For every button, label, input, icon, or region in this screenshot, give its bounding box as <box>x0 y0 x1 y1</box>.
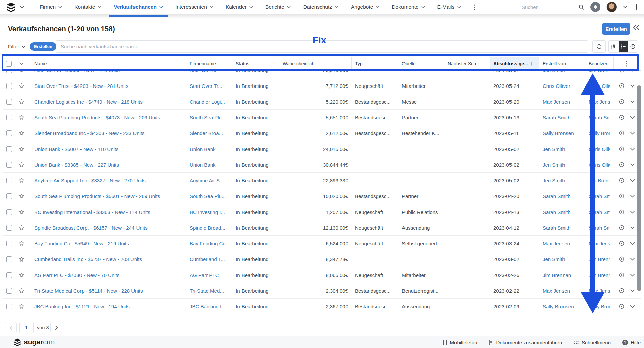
created-by-link[interactable]: Max Jensen <box>543 288 570 294</box>
nav-item-datenschutz[interactable]: Datenschutz <box>303 0 338 14</box>
column-header-quelle[interactable]: Quelle <box>398 57 444 70</box>
row-checkbox[interactable] <box>6 130 12 136</box>
opportunity-name-link[interactable]: Slender Broadband Inc - $4303 - New - 23… <box>34 130 145 136</box>
footer-merge-docs-link[interactable]: Dokumente zusammenführen <box>489 340 562 345</box>
select-options-dropdown[interactable] <box>15 57 28 70</box>
row-checkbox[interactable] <box>6 83 12 89</box>
favorite-star-icon[interactable] <box>15 251 28 267</box>
row-actions-chevron-icon[interactable] <box>630 100 635 103</box>
nav-item-kontakte[interactable]: Kontakte <box>74 0 101 14</box>
quick-create-plus-icon[interactable] <box>633 4 639 10</box>
row-checkbox[interactable] <box>6 241 12 246</box>
favorite-star-icon[interactable] <box>15 204 28 220</box>
preview-eye-icon[interactable] <box>619 272 625 278</box>
company-link[interactable]: Anytime Air S... <box>190 178 224 183</box>
created-by-link[interactable]: Chris Olliver <box>543 83 570 89</box>
row-actions-chevron-icon[interactable] <box>630 226 635 229</box>
favorite-star-icon[interactable] <box>15 157 28 172</box>
row-checkbox[interactable] <box>6 225 12 231</box>
row-actions-chevron-icon[interactable] <box>630 289 635 292</box>
row-actions-chevron-icon[interactable] <box>630 305 635 308</box>
nav-more-kebab-icon[interactable] <box>474 4 475 10</box>
row-checkbox[interactable] <box>6 304 12 309</box>
preview-eye-icon[interactable] <box>619 209 625 215</box>
user-link[interactable]: Jim Brennan <box>589 71 610 73</box>
created-by-link[interactable]: Jen Smith <box>543 146 565 152</box>
favorite-star-icon[interactable] <box>15 283 28 298</box>
opportunity-name-link[interactable]: South Sea Plumbing Products - $4073 - Ne… <box>34 115 160 120</box>
nav-item-firmen[interactable]: Firmen <box>40 0 62 14</box>
opportunity-name-link[interactable]: Union Bank - $6007 - New - 110 Units <box>34 146 119 152</box>
column-header-erstellt-von[interactable]: Erstellt von <box>539 57 585 70</box>
column-header-wahrscheinlich[interactable]: Wahrscheinlich <box>279 57 352 70</box>
timeline-view-icon[interactable] <box>628 41 638 52</box>
company-link[interactable]: Union Bank <box>190 162 216 168</box>
favorite-star-icon[interactable] <box>15 78 28 94</box>
row-checkbox[interactable] <box>6 178 12 183</box>
favorite-star-icon[interactable] <box>15 110 28 125</box>
created-by-link[interactable]: Sarah Smith <box>543 115 571 120</box>
row-checkbox[interactable] <box>6 146 12 152</box>
opportunity-name-link[interactable]: Anytime Air Support Inc - $3327 - New - … <box>34 178 146 183</box>
created-by-link[interactable]: Jen Smith <box>543 71 565 73</box>
row-checkbox[interactable] <box>6 99 12 105</box>
created-by-link[interactable]: Sally Bronsen <box>543 304 574 309</box>
column-header-abschluss-sorted[interactable]: Abschluss ge... ↓ <box>490 57 539 70</box>
row-actions-chevron-icon[interactable] <box>630 132 635 135</box>
company-link[interactable]: BC Investing I... <box>190 209 225 215</box>
opportunity-name-link[interactable]: Tri-State Medical Corp - $5114 - New - 2… <box>34 288 143 294</box>
company-link[interactable]: Tri-State Med... <box>190 288 224 294</box>
opportunity-name-link[interactable]: Cumberland Trails Inc - $6237 - New - 20… <box>34 256 142 262</box>
created-by-link[interactable]: Jen Smith <box>543 162 565 168</box>
opportunity-name-link[interactable]: Spindle Broadcast Corp. - $6157 - New - … <box>34 225 148 231</box>
favorite-star-icon[interactable] <box>15 299 28 314</box>
preview-eye-icon[interactable] <box>619 71 625 73</box>
opportunity-name-link[interactable]: South Sea Plumbing Products - $6601 - Ne… <box>34 193 160 199</box>
global-search-input[interactable] <box>521 4 573 10</box>
opportunity-name-link[interactable]: AG Parr PLC - $7030 - New - 70 Units <box>34 272 119 278</box>
preview-eye-icon[interactable] <box>619 130 625 136</box>
preview-eye-icon[interactable] <box>619 240 625 246</box>
company-link[interactable]: JBC Banking I... <box>190 304 226 309</box>
created-by-link[interactable]: Sarah Smith <box>543 225 571 231</box>
created-by-link[interactable]: Sarah Smith <box>543 193 571 199</box>
row-checkbox[interactable] <box>6 288 12 294</box>
favorite-star-icon[interactable] <box>15 125 28 141</box>
notifications-bell-icon[interactable] <box>590 2 600 12</box>
row-actions-chevron-icon[interactable] <box>630 274 635 277</box>
row-actions-chevron-icon[interactable] <box>630 242 635 245</box>
row-checkbox[interactable] <box>6 256 12 262</box>
created-by-link[interactable]: Jen Smith <box>543 256 565 262</box>
row-checkbox[interactable] <box>6 115 12 120</box>
column-header-status[interactable]: Status <box>232 57 279 70</box>
preview-eye-icon[interactable] <box>619 146 625 152</box>
nav-item-verkaufschancen[interactable]: Verkaufschancen <box>114 0 163 14</box>
company-link[interactable]: AtoZ Co Ltd <box>190 71 216 73</box>
favorite-star-icon[interactable] <box>15 173 28 188</box>
favorite-star-icon[interactable] <box>15 236 28 251</box>
favorite-star-icon[interactable] <box>15 71 28 78</box>
company-link[interactable]: Bay Funding Co <box>190 241 226 246</box>
row-actions-chevron-icon[interactable] <box>630 148 635 151</box>
row-checkbox[interactable] <box>6 209 12 215</box>
preview-eye-icon[interactable] <box>619 162 625 168</box>
nav-item-angebote[interactable]: Angebote <box>351 0 379 14</box>
created-by-link[interactable]: Max Jensen <box>543 99 570 105</box>
preview-eye-icon[interactable] <box>619 256 625 262</box>
nav-item-e-mails[interactable]: E-Mails <box>437 0 461 14</box>
created-by-link[interactable]: Sarah Smith <box>543 209 571 215</box>
favorite-star-icon[interactable] <box>15 141 28 157</box>
row-checkbox[interactable] <box>6 162 12 168</box>
column-header-naechster-schritt[interactable]: Nächster Sch... <box>444 57 490 70</box>
nav-item-interessenten[interactable]: Interessenten <box>175 0 213 14</box>
preview-eye-icon[interactable] <box>619 303 625 309</box>
favorite-star-icon[interactable] <box>15 267 28 283</box>
search-icon[interactable] <box>579 4 584 10</box>
row-actions-chevron-icon[interactable] <box>630 195 635 198</box>
column-header-name[interactable]: Name <box>28 57 186 70</box>
row-actions-chevron-icon[interactable] <box>630 258 635 261</box>
collapse-panel-icon[interactable] <box>633 24 640 31</box>
favorite-star-icon[interactable] <box>15 220 28 235</box>
created-by-link[interactable]: Jen Smith <box>543 178 565 183</box>
select-all-checkbox[interactable] <box>6 61 12 67</box>
